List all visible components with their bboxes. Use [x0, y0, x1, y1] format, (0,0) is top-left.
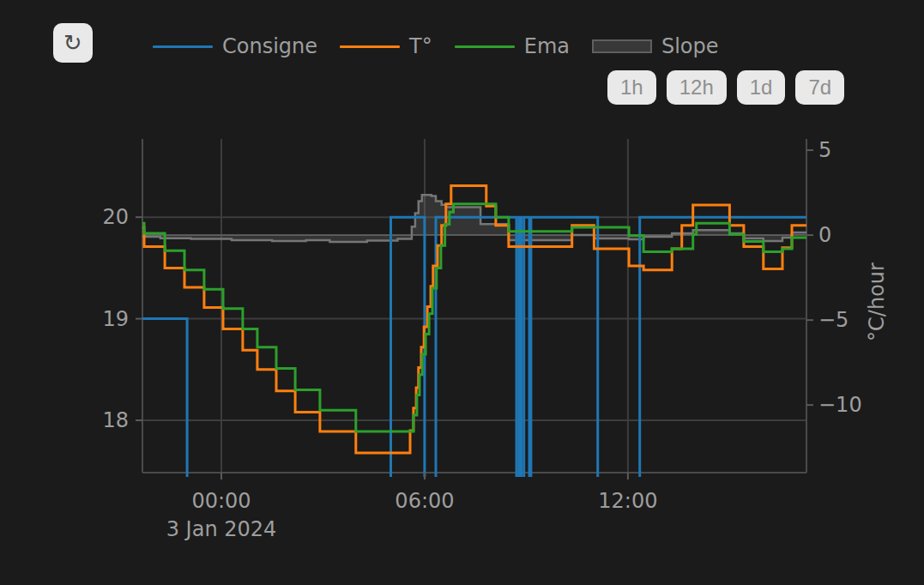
svg-text:0: 0 — [818, 223, 831, 247]
app: ↻ Consigne T° Ema Slope 1h 12h 1d 7d 201… — [0, 0, 924, 585]
svg-text:3 Jan 2024: 3 Jan 2024 — [166, 517, 277, 541]
svg-text:00:00: 00:00 — [191, 489, 251, 513]
chart-canvas[interactable]: 20191850−5−1000:0006:0012:003 Jan 2024°C… — [0, 0, 924, 585]
svg-text:−10: −10 — [818, 393, 862, 417]
svg-text:20: 20 — [102, 205, 129, 229]
svg-text:−5: −5 — [818, 308, 849, 332]
svg-text:06:00: 06:00 — [395, 489, 454, 513]
svg-text:°C/hour: °C/hour — [865, 262, 889, 341]
svg-text:5: 5 — [818, 138, 831, 162]
svg-text:18: 18 — [102, 408, 129, 432]
svg-text:19: 19 — [102, 307, 129, 331]
svg-text:12:00: 12:00 — [598, 489, 657, 513]
